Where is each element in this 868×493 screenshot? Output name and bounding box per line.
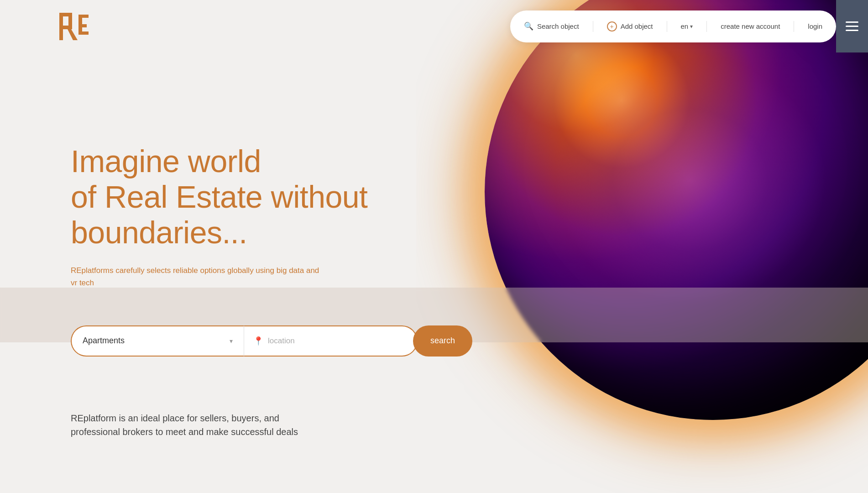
language-selector[interactable]: en ▾: [681, 22, 693, 30]
nav-divider-1: [593, 21, 593, 32]
search-bar: Apartments ▾ 📍 search: [71, 325, 472, 357]
menu-line-1: [846, 21, 858, 23]
search-object-nav[interactable]: 🔍 Search object: [524, 21, 579, 31]
property-type-select[interactable]: Apartments ▾: [71, 325, 244, 357]
hero-title: Imagine world of Real Estate without bou…: [71, 143, 868, 251]
hero-title-line2: of Real Estate without: [71, 179, 367, 214]
menu-button[interactable]: [836, 0, 868, 52]
nav-divider-4: [794, 21, 794, 32]
add-nav-icon: +: [607, 21, 617, 31]
menu-line-3: [846, 30, 858, 31]
location-pin-icon: 📍: [253, 336, 263, 346]
hero-title-line3: boundaries...: [71, 215, 247, 250]
hero-section: Imagine world of Real Estate without bou…: [0, 0, 868, 493]
hero-content: Imagine world of Real Estate without bou…: [0, 107, 868, 439]
header: 🔍 Search object + Add object en ▾ create…: [0, 0, 868, 52]
add-object-nav[interactable]: + Add object: [607, 21, 653, 31]
nav-bar: 🔍 Search object + Add object en ▾ create…: [510, 10, 836, 42]
hero-title-line1: Imagine world: [71, 144, 261, 178]
search-nav-icon: 🔍: [524, 21, 533, 31]
login-label: login: [808, 22, 822, 30]
menu-line-2: [846, 26, 858, 27]
add-object-label: Add object: [621, 22, 653, 30]
nav-divider-2: [667, 21, 667, 32]
location-input-wrapper[interactable]: 📍: [244, 325, 418, 357]
hero-footer-text: REplatform is an ideal place for sellers…: [71, 411, 354, 439]
hero-footer-line2: professional brokers to meet and make su…: [71, 427, 298, 437]
property-type-value: Apartments: [83, 336, 125, 346]
hero-subtitle: REplatforms carefully selects reliable o…: [71, 264, 326, 289]
location-input[interactable]: [268, 336, 408, 346]
language-label: en: [681, 22, 689, 30]
hero-footer-line1: REplatform is an ideal place for sellers…: [71, 413, 279, 423]
svg-rect-10: [59, 13, 91, 45]
chevron-down-icon: ▾: [690, 23, 693, 30]
logo-icon: [55, 8, 91, 45]
logo: [55, 8, 91, 45]
chevron-down-icon: ▾: [230, 337, 233, 345]
login-nav[interactable]: login: [808, 22, 822, 30]
nav-divider-3: [706, 21, 707, 32]
create-account-label: create new account: [721, 22, 780, 30]
create-account-nav[interactable]: create new account: [721, 22, 780, 30]
search-object-label: Search object: [537, 22, 579, 30]
search-button[interactable]: search: [413, 325, 472, 357]
